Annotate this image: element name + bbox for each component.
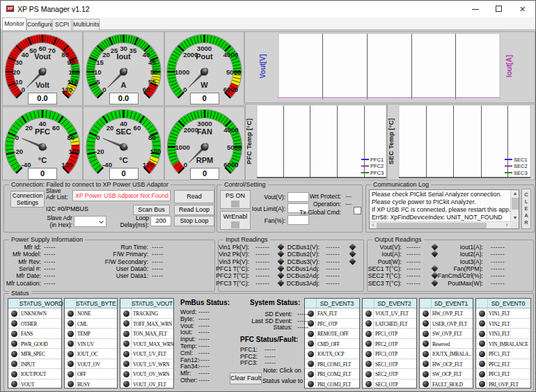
- table-row[interactable]: VOUT_OV_FLT: [120, 379, 173, 390]
- table-row[interactable]: IOUT/POUT: [8, 369, 61, 379]
- read-loop-button[interactable]: Read Loop: [174, 205, 214, 215]
- table-row[interactable]: PFC3_FLT: [476, 369, 530, 379]
- table-row[interactable]: OFF: [65, 369, 117, 379]
- status-field-value[interactable]: -----: [265, 359, 276, 366]
- control-group-title: Control/Setting: [222, 181, 268, 188]
- table-row[interactable]: USER_OVP_FLT: [420, 319, 473, 329]
- table-row[interactable]: VIN1_FLT: [476, 308, 530, 319]
- table-row[interactable]: PFC1_OTP: [363, 329, 416, 339]
- status-field-value[interactable]: -----: [297, 311, 308, 317]
- table-row[interactable]: SW_OCP_FLT: [420, 369, 473, 379]
- tab-scpi[interactable]: SCPI: [52, 19, 72, 30]
- maximize-button[interactable]: [487, 1, 511, 17]
- status-field-value[interactable]: -----: [297, 324, 308, 331]
- table-row[interactable]: SW_OVP_FLT: [420, 329, 473, 339]
- table-row[interactable]: OTHER: [8, 319, 61, 329]
- table-row[interactable]: PWR_GOOD: [8, 339, 61, 350]
- scroll-right-icon[interactable]: ›: [503, 222, 510, 229]
- table-row[interactable]: VOUT: [8, 379, 61, 390]
- comm-log-hscrollbar[interactable]: ‹ ›: [370, 221, 510, 228]
- table-row[interactable]: Reserved: [420, 339, 473, 350]
- scroll-down-icon[interactable]: ▼: [511, 214, 519, 221]
- table-row[interactable]: VIN UV: [65, 339, 117, 350]
- table-row[interactable]: LATCHED_FLT: [363, 319, 416, 329]
- comm-log-textarea[interactable]: Please check PICkit Serial Analyzer conn…: [369, 189, 519, 229]
- close-button[interactable]: ✕: [512, 1, 535, 17]
- status-field-value[interactable]: -----: [198, 308, 210, 315]
- scroll-up-icon[interactable]: ▲: [511, 190, 519, 197]
- table-row[interactable]: VIN2_FLT: [476, 319, 530, 329]
- slave-adr-list-box[interactable]: XP Power USB Adpator Not Found: [72, 190, 171, 201]
- table-row[interactable]: IOUTX_IMBALA...: [420, 349, 473, 359]
- minimize-button[interactable]: [464, 1, 487, 17]
- reading-label: DCBus1Adj:: [236, 265, 320, 272]
- scan-bus-button[interactable]: Scan Bus: [133, 205, 170, 215]
- status-field-value[interactable]: -----: [198, 322, 210, 329]
- status-field-value[interactable]: -----: [198, 370, 210, 377]
- table-row[interactable]: MFR_SPEC: [8, 349, 61, 359]
- table-row[interactable]: PFC2_OTP: [363, 339, 416, 350]
- table-row[interactable]: PRI_COM3_FLT: [305, 379, 359, 390]
- table-row[interactable]: TOFF_MAX_WRN: [120, 319, 173, 329]
- table-row[interactable]: VOUT_UV_FLT: [120, 349, 173, 359]
- tab-configure[interactable]: Configure: [26, 19, 52, 30]
- table-row[interactable]: VOUT_UV_FLT: [363, 308, 416, 319]
- table-row[interactable]: HW_OVP_FLT: [420, 308, 473, 319]
- table-row[interactable]: PFC_OTP: [305, 319, 359, 329]
- table-row[interactable]: PFC1_FLT: [476, 349, 530, 359]
- clear-log-button[interactable]: CLEAR: [521, 189, 531, 229]
- status-field-value[interactable]: -----: [265, 353, 276, 360]
- table-row[interactable]: SEC1_OTP: [363, 359, 416, 370]
- table-row[interactable]: HW_OCP_FLT: [420, 359, 473, 370]
- hscroll-thumb[interactable]: [377, 223, 487, 228]
- connection-settings-button[interactable]: Connection Settings: [10, 191, 45, 207]
- table-row[interactable]: FANS: [8, 329, 61, 339]
- status-field-value[interactable]: -----: [265, 346, 276, 353]
- table-row[interactable]: TON_MAX_FLT: [120, 329, 173, 339]
- table-row[interactable]: INPUT: [8, 359, 61, 370]
- status-field-value[interactable]: -----: [198, 336, 210, 343]
- table-row[interactable]: FAULT_HOLD: [420, 379, 473, 390]
- table-row[interactable]: PRI_COM1_FLT: [305, 359, 359, 370]
- table-row[interactable]: VOUT_UV_WRN: [120, 359, 173, 370]
- scroll-left-icon[interactable]: ‹: [370, 222, 377, 229]
- table-row[interactable]: TRACKING: [120, 308, 173, 319]
- tx-global-cmd-checkbox[interactable]: [354, 207, 361, 214]
- read-button[interactable]: Read: [174, 190, 214, 203]
- status-field-value[interactable]: -----: [198, 315, 210, 322]
- table-row[interactable]: BUSY: [65, 379, 117, 390]
- comm-log-vscrollbar[interactable]: ▲ ▼: [510, 190, 519, 221]
- vscroll-thumb[interactable]: [512, 198, 519, 210]
- loop-delay-input[interactable]: 200: [150, 216, 171, 226]
- table-row[interactable]: PFC2_FLT: [476, 359, 530, 370]
- table-row[interactable]: VOUT_OV_WRN: [120, 369, 173, 379]
- table-row[interactable]: IOUTX_OCP: [305, 349, 359, 359]
- stop-loop-button[interactable]: Stop Loop: [174, 216, 214, 226]
- table-row[interactable]: FAN_FLT: [305, 308, 359, 319]
- table-row[interactable]: VOUT_OV: [65, 359, 117, 370]
- status-field-value[interactable]: -----: [198, 377, 210, 384]
- table-row[interactable]: TEMP: [65, 329, 117, 339]
- fan-set-input[interactable]: [287, 215, 309, 225]
- slave-adr-hex-select[interactable]: [74, 216, 107, 227]
- status-field-value[interactable]: -----: [297, 317, 308, 324]
- table-row[interactable]: CML: [65, 319, 117, 329]
- table-row[interactable]: PRI_OVP_FLT: [476, 379, 530, 390]
- table-row[interactable]: SEC2_OTP: [363, 369, 416, 379]
- table-row[interactable]: VIN_IMBALANCE: [476, 339, 530, 350]
- table-row[interactable]: IOUT_OC: [65, 349, 117, 359]
- table-row[interactable]: REMOTE_OFF: [305, 329, 359, 339]
- table-row[interactable]: PRI_COM2_FLT: [305, 369, 359, 379]
- table-row[interactable]: VIN3_FLT: [476, 329, 530, 339]
- clear-fault-button[interactable]: Clear Fault: [230, 373, 262, 384]
- tab-multiunits[interactable]: MultiUnits: [72, 19, 100, 30]
- table-row[interactable]: VOUT_MAX_WRN: [120, 339, 173, 350]
- table-row[interactable]: PFC3_OTP: [363, 349, 416, 359]
- status-field-value[interactable]: -----: [198, 329, 210, 336]
- table-row[interactable]: NONE: [65, 308, 117, 319]
- table-row[interactable]: UNKNOWN: [8, 308, 61, 319]
- table-row[interactable]: SEC3_OTP: [363, 379, 416, 390]
- table-row[interactable]: CMD_OFF: [305, 339, 359, 350]
- status-field-label: Status:: [230, 324, 292, 331]
- tab-monitor[interactable]: Monitor: [2, 17, 26, 30]
